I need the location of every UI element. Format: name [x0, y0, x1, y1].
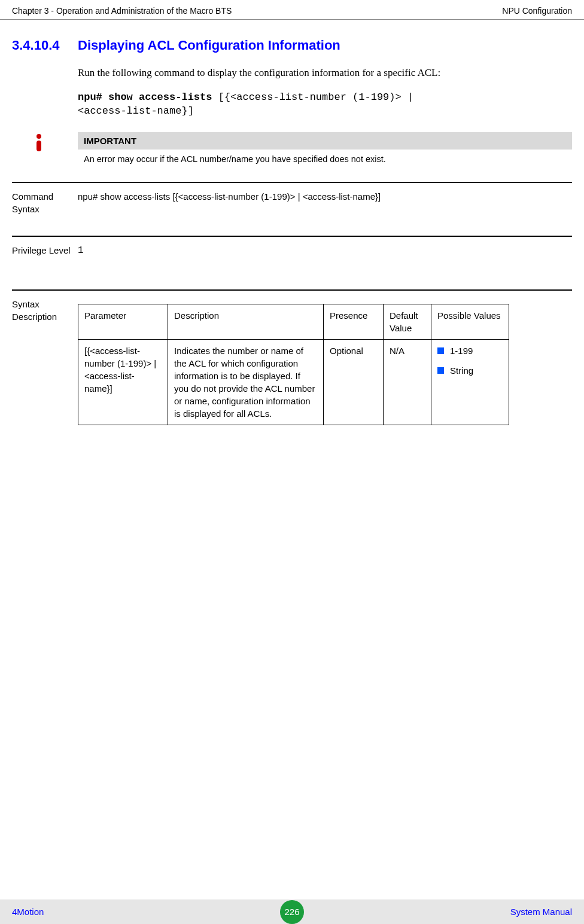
info-icon [34, 133, 44, 153]
footer-right: System Manual [510, 907, 572, 917]
svg-point-0 [36, 134, 41, 139]
intro-text: Run the following command to display the… [78, 65, 572, 81]
bullet-square-icon [437, 347, 444, 354]
privilege-level-row: Privilege Level 1 [12, 236, 572, 272]
important-block: IMPORTANT An error may occur if the ACL … [12, 132, 572, 164]
table-row: [{<access-list-number (1-199)> | <access… [78, 339, 509, 425]
header-left: Chapter 3 - Operation and Administration… [12, 6, 232, 16]
svg-rect-1 [36, 141, 41, 151]
command-code-line-2: <access-list-name}] [78, 105, 572, 117]
th-presence: Presence [324, 304, 384, 339]
command-syntax-row: Command Syntax npu# show access-lists [{… [12, 182, 572, 218]
bullet-text-1: 1-199 [450, 344, 473, 357]
td-parameter: [{<access-list-number (1-199)> | <access… [78, 339, 168, 425]
syntax-description-row: Syntax Description Parameter Description… [12, 289, 572, 425]
section-number: 3.4.10.4 [12, 38, 78, 53]
td-description: Indicates the number or name of the ACL … [168, 339, 324, 425]
syntax-description-label: Syntax Description [12, 298, 78, 425]
section-title: Displaying ACL Configuration Information [78, 38, 340, 53]
syntax-table: Parameter Description Presence Default V… [78, 304, 509, 425]
important-text: An error may occur if the ACL number/nam… [78, 154, 572, 164]
command-syntax-value: npu# show access-lists [{<access-list-nu… [78, 190, 381, 218]
section-heading: 3.4.10.4 Displaying ACL Configuration In… [12, 38, 572, 53]
code-rest-1: [{<access-list-number (1-199)> | [218, 92, 413, 103]
bullet-text-2: String [450, 364, 473, 377]
page-number-badge: 226 [280, 900, 304, 924]
th-default: Default Value [384, 304, 431, 339]
bullet-square-icon [437, 367, 444, 374]
page-content: 3.4.10.4 Displaying ACL Configuration In… [0, 20, 584, 425]
table-header-row: Parameter Description Presence Default V… [78, 304, 509, 339]
page-header: Chapter 3 - Operation and Administration… [0, 0, 584, 20]
privilege-level-value: 1 [78, 244, 84, 272]
important-content: IMPORTANT An error may occur if the ACL … [78, 132, 572, 164]
privilege-level-label: Privilege Level [12, 244, 78, 272]
th-description: Description [168, 304, 324, 339]
list-item: String [437, 364, 503, 377]
td-default: N/A [384, 339, 431, 425]
header-right: NPU Configuration [502, 6, 572, 16]
important-label: IMPORTANT [78, 132, 572, 150]
important-icon-column [12, 132, 78, 164]
td-possible: 1-199 String [431, 339, 509, 425]
code-bold-part: npu# show access-lists [78, 92, 218, 103]
list-item: 1-199 [437, 344, 503, 357]
td-presence: Optional [324, 339, 384, 425]
th-possible: Possible Values [431, 304, 509, 339]
footer-center: 226 [280, 900, 304, 924]
page-footer: 4Motion 226 System Manual [0, 899, 584, 924]
th-parameter: Parameter [78, 304, 168, 339]
footer-left: 4Motion [12, 907, 44, 917]
command-code-line-1: npu# show access-lists [{<access-list-nu… [78, 92, 572, 103]
syntax-table-wrapper: Parameter Description Presence Default V… [78, 304, 509, 425]
command-syntax-label: Command Syntax [12, 190, 78, 218]
